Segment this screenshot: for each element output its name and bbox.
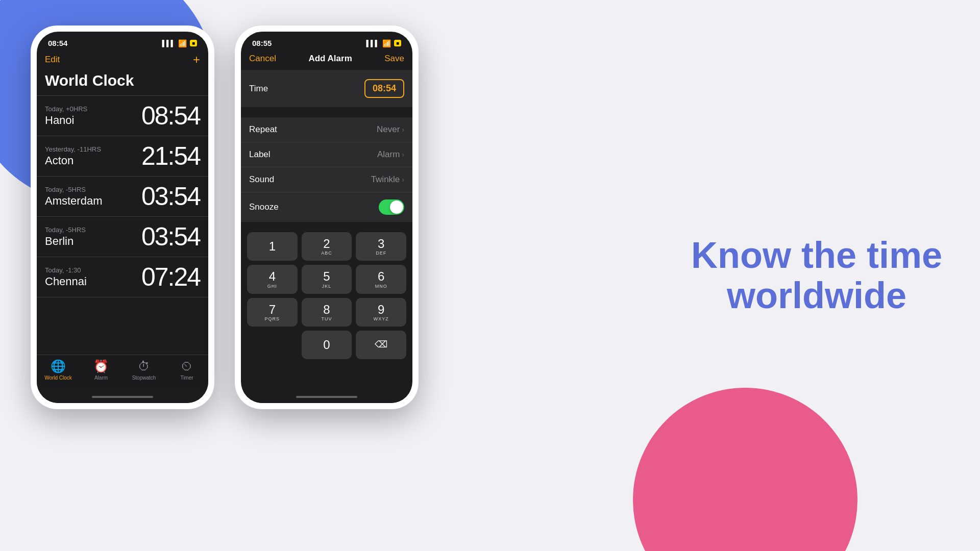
repeat-label: Repeat xyxy=(249,124,277,135)
stopwatch-tab-icon: ⏱ xyxy=(138,359,150,373)
world-clock-tab-icon: 🌐 xyxy=(51,359,66,373)
signal-icon: ▌▌▌ xyxy=(162,40,175,47)
numpad-key-1[interactable]: 1 xyxy=(247,232,298,261)
numpad-key-4[interactable]: 4 GHI xyxy=(247,265,298,293)
snooze-toggle[interactable] xyxy=(379,199,404,215)
numpad-row-2: 4 GHI 5 JKL 6 MNO xyxy=(247,265,406,293)
clock-item-chennai: Today, -1:30 Chennai 07:24 xyxy=(37,257,208,297)
tab-stopwatch[interactable]: ⏱ Stopwatch xyxy=(129,359,159,381)
numpad-key-5[interactable]: 5 JKL xyxy=(302,265,352,293)
numpad-key-7[interactable]: 7 PQRS xyxy=(247,298,298,327)
clock-time-amsterdam: 03:54 xyxy=(141,182,200,211)
label-chevron-icon: › xyxy=(402,151,404,159)
alarm-tab-icon: ⏰ xyxy=(93,359,109,373)
sound-chevron-icon: › xyxy=(402,176,404,184)
clock-offset-chennai: Today, -1:30 xyxy=(45,266,141,274)
clock-offset-berlin: Today, -5HRS xyxy=(45,226,141,234)
timer-tab-icon: ⏲ xyxy=(181,359,193,373)
clock-item-hanoi: Today, +0HRS Hanoi 08:54 xyxy=(37,95,208,136)
world-clock-title: World Clock xyxy=(37,70,208,95)
phone1: 08:54 ▌▌▌ 📶 ■ Edit + World Clock xyxy=(31,26,214,409)
numpad-row-3: 7 PQRS 8 TUV 9 WXYZ xyxy=(247,298,406,327)
status-bar-phone1: 08:54 ▌▌▌ 📶 ■ xyxy=(37,32,208,52)
cancel-button[interactable]: Cancel xyxy=(249,54,276,64)
tagline-line1: Know the time xyxy=(684,235,949,276)
repeat-chevron-icon: › xyxy=(402,126,404,134)
time-display-area: Time 08:54 xyxy=(241,70,412,107)
battery-icon-p2: ■ xyxy=(394,40,401,46)
time-value-display[interactable]: 08:54 xyxy=(364,79,404,98)
clock-city-hanoi: Hanoi xyxy=(45,114,141,127)
bg-pink-decoration xyxy=(633,388,857,551)
numpad-key-0[interactable]: 0 xyxy=(302,331,352,359)
clock-list: Today, +0HRS Hanoi 08:54 Yesterday, -11H… xyxy=(37,95,208,355)
numpad-row-4: 0 ⌫ xyxy=(247,331,406,359)
alarm-settings-list: Repeat Never › Label Alarm › xyxy=(241,117,412,222)
tab-bar: 🌐 World Clock ⏰ Alarm ⏱ Stopwatch ⏲ Time… xyxy=(37,355,208,391)
numpad: 1 2 ABC 3 DEF 4 xyxy=(241,232,412,391)
label-row[interactable]: Label Alarm › xyxy=(241,142,412,167)
label-value: Alarm › xyxy=(377,149,404,160)
clock-item-berlin: Today, -5HRS Berlin 03:54 xyxy=(37,217,208,257)
wifi-icon: 📶 xyxy=(178,39,187,47)
tab-timer[interactable]: ⏲ Timer xyxy=(172,359,202,381)
numpad-key-9[interactable]: 9 WXYZ xyxy=(356,298,406,327)
clock-item-acton: Yesterday, -11HRS Acton 21:54 xyxy=(37,136,208,177)
numpad-delete-button[interactable]: ⌫ xyxy=(356,331,406,359)
world-clock-header: Edit + xyxy=(37,52,208,70)
snooze-label: Snooze xyxy=(249,202,279,212)
timer-tab-label: Timer xyxy=(180,375,193,381)
label-label: Label xyxy=(249,149,271,160)
wifi-icon-p2: 📶 xyxy=(382,39,391,47)
status-icons-phone2: ▌▌▌ 📶 ■ xyxy=(366,39,401,47)
add-clock-button[interactable]: + xyxy=(193,54,200,66)
repeat-value: Never › xyxy=(377,124,404,135)
clock-item-amsterdam: Today, -5HRS Amsterdam 03:54 xyxy=(37,177,208,217)
sound-label: Sound xyxy=(249,174,274,185)
clock-offset-amsterdam: Today, -5HRS xyxy=(45,186,141,193)
phone2: 08:55 ▌▌▌ 📶 ■ Cancel Add Alarm Save Time xyxy=(235,26,419,409)
snooze-row: Snooze xyxy=(241,192,412,222)
clock-time-berlin: 03:54 xyxy=(141,222,200,252)
clock-city-chennai: Chennai xyxy=(45,275,141,288)
alarm-tab-label: Alarm xyxy=(94,375,108,381)
clock-city-berlin: Berlin xyxy=(45,235,141,248)
toggle-knob xyxy=(390,201,403,214)
clock-time-chennai: 07:24 xyxy=(141,262,200,292)
numpad-key-2[interactable]: 2 ABC xyxy=(302,232,352,261)
sound-row[interactable]: Sound Twinkle › xyxy=(241,167,412,192)
numpad-key-6[interactable]: 6 MNO xyxy=(356,265,406,293)
tab-alarm[interactable]: ⏰ Alarm xyxy=(86,359,116,381)
home-indicator-phone1 xyxy=(37,391,208,403)
status-icons-phone1: ▌▌▌ 📶 ■ xyxy=(162,39,197,47)
battery-icon: ■ xyxy=(190,40,197,46)
world-clock-tab-label: World Clock xyxy=(44,375,72,381)
save-button[interactable]: Save xyxy=(384,54,404,64)
add-alarm-title: Add Alarm xyxy=(308,54,352,64)
clock-time-hanoi: 08:54 xyxy=(141,101,200,131)
clock-time-acton: 21:54 xyxy=(141,141,200,171)
repeat-row[interactable]: Repeat Never › xyxy=(241,117,412,142)
numpad-key-8[interactable]: 8 TUV xyxy=(302,298,352,327)
clock-offset-hanoi: Today, +0HRS xyxy=(45,105,141,113)
numpad-row-1: 1 2 ABC 3 DEF xyxy=(247,232,406,261)
status-time-phone1: 08:54 xyxy=(48,39,67,47)
status-bar-phone2: 08:55 ▌▌▌ 📶 ■ xyxy=(241,32,412,52)
tab-world-clock[interactable]: 🌐 World Clock xyxy=(43,359,74,381)
stopwatch-tab-label: Stopwatch xyxy=(132,375,156,381)
numpad-key-empty xyxy=(247,331,298,359)
home-indicator-phone2 xyxy=(241,391,412,403)
time-row-label: Time xyxy=(249,84,268,94)
sound-value: Twinkle › xyxy=(371,174,404,185)
clock-offset-acton: Yesterday, -11HRS xyxy=(45,145,141,153)
numpad-key-3[interactable]: 3 DEF xyxy=(356,232,406,261)
status-time-phone2: 08:55 xyxy=(252,39,272,47)
signal-icon-p2: ▌▌▌ xyxy=(366,40,379,47)
tagline-area: Know the time worldwide xyxy=(684,235,949,316)
tagline-line2: worldwide xyxy=(684,276,949,316)
alarm-nav: Cancel Add Alarm Save xyxy=(241,52,412,70)
edit-button[interactable]: Edit xyxy=(45,55,60,65)
clock-city-amsterdam: Amsterdam xyxy=(45,194,141,208)
clock-city-acton: Acton xyxy=(45,154,141,167)
